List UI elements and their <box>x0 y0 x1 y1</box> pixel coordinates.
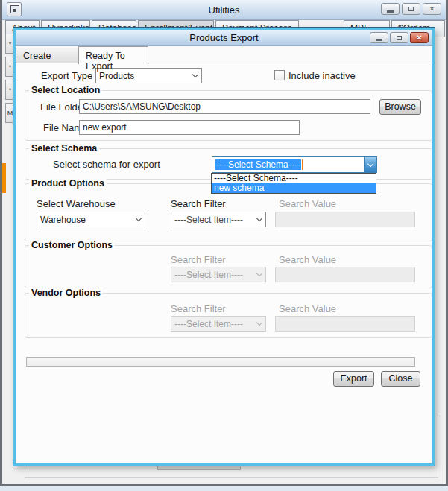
include-inactive-label: Include inactive <box>288 70 356 81</box>
schema-combobox[interactable]: ----Select Schema---- <box>212 156 377 173</box>
export-type-label: Export Type <box>41 70 92 81</box>
select-warehouse-label: Select Warehouse <box>37 198 116 209</box>
chevron-down-icon[interactable] <box>132 212 145 227</box>
customer-search-filter-combobox: ----Select Item---- <box>171 267 266 282</box>
browse-button[interactable]: Browse <box>379 99 421 115</box>
minimize-icon <box>376 39 382 41</box>
export-button[interactable]: Export <box>333 371 374 387</box>
utilities-window-title: Utilities <box>2 4 446 16</box>
dialog-restore-button[interactable] <box>390 32 408 43</box>
dialog-tabstrip: Create Schema Ready To Export <box>16 46 432 63</box>
vendor-search-value-label: Search Value <box>279 303 336 314</box>
schema-selected-value: ----Select Schema---- <box>212 159 364 171</box>
file-folder-input[interactable] <box>79 99 370 114</box>
products-export-dialog: Products Export ✕ Create Schema Ready To… <box>13 28 435 466</box>
schema-dropdown-list: ----Select Schema---- new schema <box>211 173 376 194</box>
schema-option-highlighted[interactable]: new schema <box>212 183 376 193</box>
product-search-value-input <box>275 212 415 227</box>
vendor-search-filter-label: Search Filter <box>171 303 226 314</box>
chevron-down-icon[interactable] <box>364 157 376 172</box>
chevron-down-icon[interactable] <box>189 69 201 83</box>
window-bottom-strip <box>0 486 448 491</box>
product-options-group-title: Product Options <box>29 178 107 189</box>
warehouse-combobox[interactable]: Warehouse <box>37 212 145 227</box>
include-inactive-checkbox[interactable] <box>274 70 285 80</box>
dialog-client-area: Create Schema Ready To Export Export Typ… <box>16 46 432 463</box>
dialog-titlebar[interactable]: Products Export ✕ <box>16 30 432 46</box>
chevron-down-icon <box>253 267 265 282</box>
close-button[interactable]: ✕ <box>423 3 441 15</box>
product-search-filter-combobox[interactable]: ----Select Item---- <box>171 212 266 227</box>
customer-search-value-input <box>275 267 415 282</box>
select-location-group: Select Location File Folder Browse File … <box>25 90 432 141</box>
product-search-value-label: Search Value <box>279 198 336 209</box>
restore-button[interactable] <box>402 3 420 15</box>
minimize-icon <box>387 10 394 13</box>
screen: Utilities ✕ About Hyperlinks Database En… <box>0 0 448 491</box>
tab-create-schema[interactable]: Create Schema <box>16 48 78 63</box>
minimize-button[interactable] <box>381 3 400 15</box>
dialog-minimize-button[interactable] <box>370 32 388 43</box>
customer-options-group-title: Customer Options <box>29 240 115 250</box>
utilities-titlebar[interactable]: Utilities ✕ <box>2 0 446 20</box>
vendor-search-filter-combobox: ----Select Item---- <box>171 316 266 332</box>
vendor-options-group: Vendor Options Search Filter ----Select … <box>25 293 432 338</box>
warehouse-value: Warehouse <box>37 215 132 225</box>
customer-search-filter-label: Search Filter <box>171 254 226 265</box>
dialog-close-button[interactable]: ✕ <box>410 32 429 43</box>
product-search-filter-label: Search Filter <box>171 198 226 209</box>
customer-options-group: Customer Options Search Filter ----Selec… <box>25 245 432 288</box>
vendor-search-value-input <box>275 316 415 332</box>
select-location-group-title: Select Location <box>29 85 102 95</box>
restore-icon <box>397 36 402 40</box>
restore-icon <box>408 7 414 11</box>
customer-search-value-label: Search Value <box>279 254 336 265</box>
export-type-value: Products <box>96 71 189 81</box>
product-search-filter-value: ----Select Item---- <box>171 215 253 225</box>
export-progress-bar <box>26 357 415 367</box>
chevron-down-icon <box>253 317 265 331</box>
tab-ready-to-export[interactable]: Ready To Export <box>78 46 148 64</box>
select-schema-prompt-label: Select schema for export <box>53 159 160 170</box>
tab-content-panel: Export Type Products Include inactive Se… <box>16 63 432 463</box>
file-name-input[interactable] <box>79 120 300 135</box>
vendor-search-filter-value: ----Select Item---- <box>171 319 253 329</box>
chevron-down-icon[interactable] <box>253 212 265 227</box>
customer-search-filter-value: ----Select Item---- <box>171 270 253 280</box>
close-dialog-button[interactable]: Close <box>381 371 420 387</box>
vendor-options-group-title: Vendor Options <box>29 288 103 298</box>
text-caret <box>302 159 303 170</box>
orange-window-fragment <box>2 163 6 193</box>
select-schema-group-title: Select Schema <box>29 143 99 153</box>
